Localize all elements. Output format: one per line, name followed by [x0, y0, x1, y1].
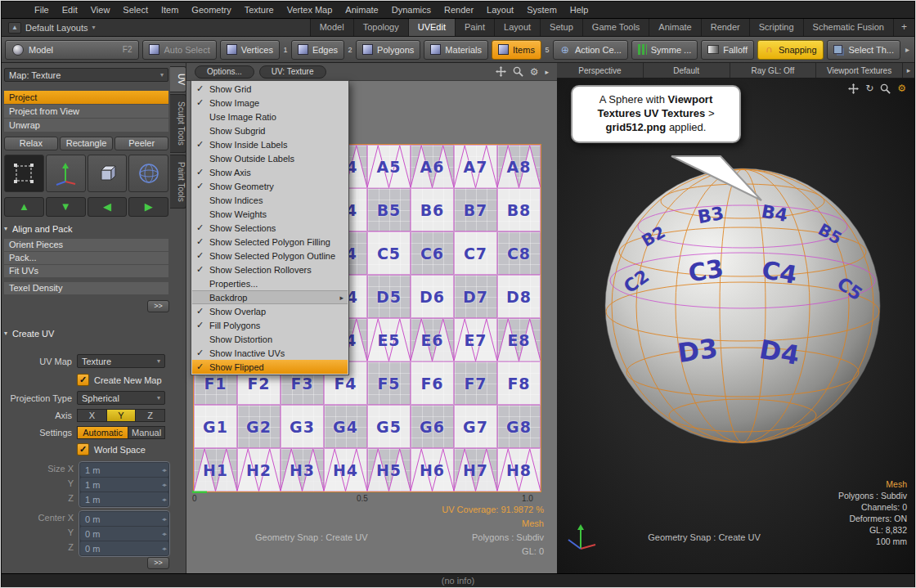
snapping-button[interactable]: Snapping — [757, 40, 824, 60]
default-layouts-dropdown[interactable]: ▲ Default Layouts ▾ — [2, 19, 101, 36]
menu-item-show-inside-labels[interactable]: ✓Show Inside Labels — [192, 137, 348, 151]
toolbar-overflow-icon[interactable]: ▸ — [904, 45, 911, 54]
menu-item-show-selection-rollovers[interactable]: ✓Show Selection Rollovers — [192, 263, 348, 276]
menu-item-show-grid[interactable]: ✓Show Grid — [192, 82, 348, 96]
menu-render[interactable]: Render — [438, 2, 480, 19]
layout-tab-game-tools[interactable]: Game Tools — [582, 19, 649, 36]
size-y-field[interactable]: 1 m◂▸ — [80, 478, 168, 491]
menu-view[interactable]: View — [84, 2, 117, 19]
align-more-button[interactable]: >> — [147, 300, 169, 312]
layout-tab-animate[interactable]: Animate — [649, 19, 700, 36]
peeler-button[interactable]: Peeler — [114, 137, 168, 150]
center-z-field[interactable]: 0 m◂▸ — [80, 541, 168, 555]
layout-tab-layout[interactable]: Layout — [494, 19, 540, 36]
texel-density-button[interactable]: Texel Density — [4, 282, 168, 294]
viewport-tab-viewport-textures[interactable]: Viewport Textures — [816, 63, 903, 78]
menu-item[interactable]: Item — [155, 2, 185, 19]
shift-up-button[interactable] — [4, 197, 44, 217]
menu-animate[interactable]: Animate — [339, 2, 384, 19]
pan-icon[interactable] — [848, 83, 859, 94]
relax-button[interactable]: Relax — [4, 137, 58, 150]
menu-item-show-inactive-uvs[interactable]: ✓Show Inactive UVs — [192, 346, 348, 360]
shift-down-button[interactable] — [46, 197, 86, 217]
rotate-icon[interactable]: ↻ — [865, 83, 873, 94]
project-from-view-button[interactable]: Project from View — [4, 105, 168, 118]
gear-icon[interactable]: ⚙ — [897, 83, 906, 94]
menu-item-show-selected-polygon-outline[interactable]: ✓Show Selected Polygon Outline — [192, 249, 348, 263]
menu-item-use-image-ratio[interactable]: Use Image Ratio — [192, 110, 348, 123]
uv-projection-tool-button[interactable] — [4, 155, 44, 192]
menu-item-show-subgrid[interactable]: Show Subgrid — [192, 123, 348, 137]
menu-texture[interactable]: Texture — [238, 2, 281, 19]
shift-right-button[interactable] — [128, 197, 168, 217]
pan-icon[interactable] — [496, 66, 506, 77]
menu-item-show-outside-labels[interactable]: Show Outside Labels — [192, 151, 348, 165]
settings-automatic-button[interactable]: Automatic — [77, 426, 128, 439]
menu-item-show-flipped[interactable]: ✓Show Flipped — [192, 360, 348, 374]
menu-vertex-map[interactable]: Vertex Map — [281, 2, 339, 19]
menu-select[interactable]: Select — [116, 2, 155, 19]
menu-geometry[interactable]: Geometry — [185, 2, 237, 19]
create-uv-more-button[interactable]: >> — [147, 557, 169, 569]
settings-manual-button[interactable]: Manual — [128, 426, 165, 439]
uv-texture-button[interactable]: UV: Texture — [259, 65, 326, 79]
layout-tab-setup[interactable]: Setup — [540, 19, 582, 36]
menu-help[interactable]: Help — [564, 2, 595, 19]
layout-tab-scripting[interactable]: Scripting — [749, 19, 803, 36]
auto-select-button[interactable]: Auto Select — [142, 40, 216, 60]
menu-item-show-indices[interactable]: Show Indices — [192, 193, 348, 207]
projection-type-dropdown[interactable]: Spherical ▾ — [77, 391, 165, 405]
panel-tab-sculpt-tools[interactable]: Sculpt Tools — [170, 94, 186, 153]
layout-tab-model[interactable]: Model — [310, 19, 353, 36]
transform-tool-button[interactable] — [46, 155, 86, 192]
action-ce-button[interactable]: Action Ce... — [553, 40, 628, 60]
add-layout-button[interactable]: + — [893, 19, 914, 36]
panel-tab-paint-tools[interactable]: Paint Tools — [170, 155, 186, 209]
menu-item-show-distortion[interactable]: Show Distortion — [192, 332, 348, 346]
menu-item-show-selections[interactable]: ✓Show Selections — [192, 221, 348, 235]
menu-item-show-geometry[interactable]: ✓Show Geometry — [192, 179, 348, 193]
options-button[interactable]: Options... — [195, 65, 254, 79]
create-new-map-checkbox[interactable]: ✓ — [77, 374, 89, 386]
orient-pieces-button[interactable]: Orient Pieces — [4, 239, 168, 251]
uv-map-dropdown[interactable]: Texture ▾ — [77, 354, 165, 368]
layout-tab-schematic-fusion[interactable]: Schematic Fusion — [803, 19, 893, 36]
menu-item-show-overlap[interactable]: ✓Show Overlap — [192, 304, 348, 318]
viewport-tab-default[interactable]: Default — [644, 63, 730, 78]
menu-system[interactable]: System — [520, 2, 564, 19]
center-y-field[interactable]: 0 m◂▸ — [80, 527, 168, 541]
menu-item-fill-polygons[interactable]: ✓Fill Polygons — [192, 318, 348, 332]
fit-uvs-button[interactable]: Fit UVs — [4, 265, 168, 277]
symme-button[interactable]: Symme ... — [631, 40, 698, 60]
menu-dynamics[interactable]: Dynamics — [385, 2, 438, 19]
chevron-right-icon[interactable]: ▸ — [545, 68, 549, 76]
menu-item-backdrop[interactable]: Backdrop▸ — [192, 290, 348, 304]
chevron-right-icon[interactable]: ▸ — [903, 63, 914, 78]
menu-file[interactable]: File — [28, 2, 56, 19]
edges-button[interactable]: Edges — [291, 40, 344, 60]
vertex-map-dropdown[interactable]: Map: Texture ▾ — [4, 68, 168, 82]
rectangle-button[interactable]: Rectangle — [60, 137, 114, 150]
axis-z-button[interactable]: Z — [136, 409, 165, 422]
sphere-mesh[interactable]: B2B3B4B5C2C3C4C5D3D4 — [603, 166, 882, 446]
menu-item-show-weights[interactable]: Show Weights — [192, 207, 348, 221]
3d-viewport[interactable]: PerspectiveDefaultRay GL: OffViewport Te… — [557, 63, 914, 573]
items-button[interactable]: Items — [492, 40, 541, 60]
project-button[interactable]: Project — [4, 91, 168, 104]
menu-item-properties[interactable]: Properties... — [192, 276, 348, 290]
zoom-icon[interactable] — [880, 83, 891, 94]
create-uv-header[interactable]: ▾ Create UV — [4, 327, 168, 339]
zoom-icon[interactable] — [513, 66, 523, 77]
world-space-checkbox[interactable]: ✓ — [77, 443, 89, 456]
viewport-tab-perspective[interactable]: Perspective — [557, 63, 644, 78]
materials-button[interactable]: Materials — [424, 40, 488, 60]
center-center-x-field[interactable]: 0 m◂▸ — [80, 512, 168, 526]
cube-projection-tool-button[interactable] — [88, 155, 128, 192]
sphere-projection-tool-button[interactable] — [128, 155, 168, 192]
size-size-x-field[interactable]: 1 m◂▸ — [80, 463, 168, 477]
menu-layout[interactable]: Layout — [480, 2, 520, 19]
layout-tab-paint[interactable]: Paint — [455, 19, 494, 36]
axis-y-button[interactable]: Y — [107, 409, 137, 422]
gear-icon[interactable]: ⚙ — [530, 66, 539, 78]
menu-item-show-selected-polygon-filling[interactable]: ✓Show Selected Polygon Filling — [192, 235, 348, 249]
